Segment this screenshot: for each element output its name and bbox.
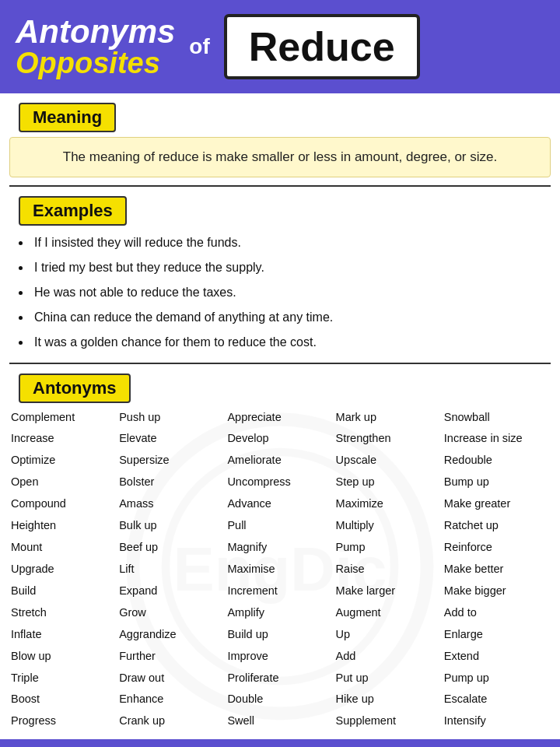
antonym-word: Mark up — [334, 408, 443, 428]
meaning-label: Meaning — [19, 103, 116, 132]
antonym-word: Enhance — [117, 689, 226, 710]
antonym-word: Bulk up — [117, 516, 226, 536]
antonym-word: Magnify — [226, 538, 334, 558]
antonyms-col-1: Push upElevateSupersizeBolsterAmassBulk … — [117, 408, 226, 732]
antonym-word: Progress — [9, 711, 117, 731]
antonym-word: Lift — [117, 559, 226, 580]
opposites-title: Opposites — [16, 48, 175, 78]
antonym-word: Augment — [334, 603, 443, 623]
antonym-word: Add — [334, 647, 443, 667]
main-word-box: Reduce — [224, 14, 420, 79]
antonym-word: Ratchet up — [443, 516, 551, 536]
antonym-word: Blow up — [9, 647, 117, 667]
antonym-word: Pump up — [443, 668, 551, 689]
meaning-text: The meaning of reduce is make smaller or… — [9, 137, 551, 177]
antonym-word: Mount — [9, 538, 117, 558]
antonym-word: Enlarge — [443, 625, 551, 645]
antonym-word: Complement — [9, 408, 117, 428]
antonym-word: Extend — [443, 647, 551, 667]
antonym-word: Build — [9, 581, 117, 601]
antonym-word: Reinforce — [443, 538, 551, 558]
list-item: He was not able to reduce the taxes. — [31, 280, 551, 305]
of-label: of — [189, 34, 209, 59]
antonym-word: Make better — [443, 559, 551, 580]
antonym-word: Make larger — [334, 581, 443, 601]
antonym-word: Pull — [226, 516, 334, 536]
antonym-word: Amass — [117, 494, 226, 514]
meaning-section: Meaning The meaning of reduce is make sm… — [0, 93, 560, 185]
antonym-word: Draw out — [117, 668, 226, 689]
antonym-word: Upgrade — [9, 559, 117, 580]
antonyms-col-4: SnowballIncrease in sizeRedoubleBump upM… — [443, 408, 551, 732]
antonym-word: Supplement — [334, 711, 443, 731]
antonym-word: Multiply — [334, 516, 443, 536]
antonym-word: Make bigger — [443, 581, 551, 601]
antonym-word: Proliferate — [226, 668, 334, 689]
main-word: Reduce — [249, 24, 395, 69]
antonyms-label: Antonyms — [19, 374, 131, 403]
antonym-word: Up — [334, 625, 443, 645]
antonyms-col-0: ComplementIncreaseOptimizeOpenCompoundHe… — [9, 408, 117, 732]
antonym-word: Beef up — [117, 538, 226, 558]
antonym-word: Ameliorate — [226, 451, 334, 471]
antonym-word: Further — [117, 647, 226, 667]
antonym-word: Expand — [117, 581, 226, 601]
antonym-word: Amplify — [226, 603, 334, 623]
antonyms-col-2: AppreciateDevelopAmeliorateUncompressAdv… — [226, 408, 334, 732]
antonyms-grid: ComplementIncreaseOptimizeOpenCompoundHe… — [9, 408, 551, 732]
antonym-word: Build up — [226, 625, 334, 645]
antonym-word: Push up — [117, 408, 226, 428]
antonym-word: Add to — [443, 603, 551, 623]
antonym-word: Hike up — [334, 689, 443, 710]
antonym-word: Optimize — [9, 451, 117, 471]
antonym-word: Intensify — [443, 711, 551, 731]
antonym-word: Appreciate — [226, 408, 334, 428]
antonym-word: Boost — [9, 689, 117, 710]
antonym-word: Put up — [334, 668, 443, 689]
antonym-word: Triple — [9, 668, 117, 689]
antonym-word: Stretch — [9, 603, 117, 623]
antonym-word: Double — [226, 689, 334, 710]
antonym-word: Swell — [226, 711, 334, 731]
antonym-word: Aggrandize — [117, 625, 226, 645]
antonyms-title: Antonyms — [16, 16, 175, 48]
antonym-word: Upscale — [334, 451, 443, 471]
antonym-word: Develop — [226, 429, 334, 449]
antonym-word: Elevate — [117, 429, 226, 449]
antonym-word: Redouble — [443, 451, 551, 471]
list-item: China can reduce the demand of anything … — [31, 305, 551, 330]
antonym-word: Increase in size — [443, 429, 551, 449]
header-section: Antonyms Opposites of Reduce — [0, 0, 560, 93]
antonyms-col-3: Mark upStrengthenUpscaleStep upMaximizeM… — [334, 408, 443, 732]
antonym-word: Increase — [9, 429, 117, 449]
antonym-word: Maximise — [226, 559, 334, 580]
antonym-word: Increment — [226, 581, 334, 601]
antonym-word: Make greater — [443, 494, 551, 514]
antonym-word: Heighten — [9, 516, 117, 536]
antonym-word: Raise — [334, 559, 443, 580]
footer: www.EngDic.org — [0, 739, 560, 747]
antonym-word: Pump — [334, 538, 443, 558]
antonym-word: Escalate — [443, 689, 551, 710]
list-item: It was a golden chance for them to reduc… — [31, 330, 551, 355]
antonym-word: Advance — [226, 494, 334, 514]
list-item: If I insisted they will reduce the funds… — [31, 230, 551, 255]
antonym-word: Bump up — [443, 472, 551, 493]
antonym-word: Improve — [226, 647, 334, 667]
examples-section: Examples If I insisted they will reduce … — [0, 187, 560, 363]
list-item: I tried my best but they reduce the supp… — [31, 255, 551, 280]
antonym-word: Bolster — [117, 472, 226, 493]
antonyms-section: EngDic Antonyms ComplementIncreaseOptimi… — [0, 364, 560, 740]
header-title-block: Antonyms Opposites — [16, 16, 175, 78]
examples-list: If I insisted they will reduce the funds… — [31, 230, 551, 355]
antonym-word: Uncompress — [226, 472, 334, 493]
antonym-word: Supersize — [117, 451, 226, 471]
antonym-word: Open — [9, 472, 117, 493]
antonym-word: Compound — [9, 494, 117, 514]
antonym-word: Crank up — [117, 711, 226, 731]
antonym-word: Snowball — [443, 408, 551, 428]
antonym-word: Maximize — [334, 494, 443, 514]
examples-label: Examples — [19, 196, 127, 226]
antonym-word: Inflate — [9, 625, 117, 645]
antonym-word: Grow — [117, 603, 226, 623]
